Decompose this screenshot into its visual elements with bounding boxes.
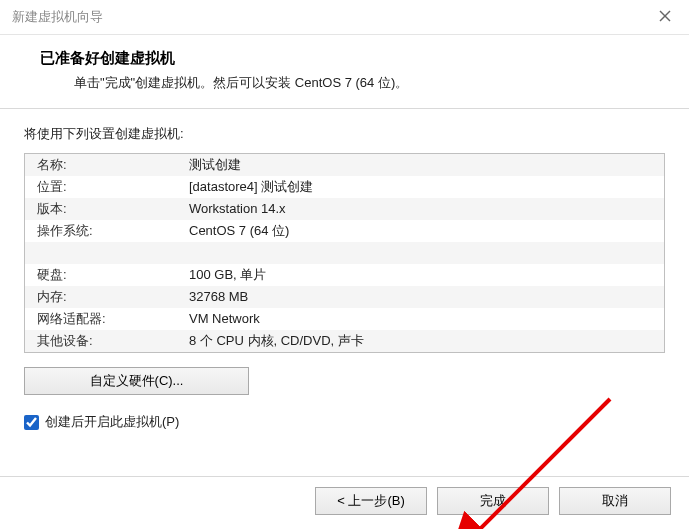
summary-row: 网络适配器:VM Network	[25, 308, 664, 330]
summary-value: 100 GB, 单片	[189, 264, 664, 286]
summary-key: 操作系统:	[25, 220, 189, 242]
back-button[interactable]: < 上一步(B)	[315, 487, 427, 515]
summary-row: 操作系统:CentOS 7 (64 位)	[25, 220, 664, 242]
summary-value: 测试创建	[189, 154, 664, 176]
summary-row	[25, 242, 664, 264]
power-on-checkbox-label: 创建后开启此虚拟机(P)	[45, 413, 179, 431]
customize-hardware-button[interactable]: 自定义硬件(C)...	[24, 367, 249, 395]
power-on-checkbox[interactable]	[24, 415, 39, 430]
close-icon[interactable]	[655, 6, 675, 26]
customize-row: 自定义硬件(C)...	[24, 367, 665, 395]
summary-key: 版本:	[25, 198, 189, 220]
titlebar: 新建虚拟机向导	[0, 0, 689, 35]
summary-value: VM Network	[189, 308, 664, 330]
window-title: 新建虚拟机向导	[12, 8, 103, 26]
summary-key: 其他设备:	[25, 330, 189, 352]
wizard-body: 将使用下列设置创建虚拟机: 名称:测试创建位置:[datastore4] 测试创…	[0, 109, 689, 476]
summary-row: 位置:[datastore4] 测试创建	[25, 176, 664, 198]
wizard-window: 新建虚拟机向导 已准备好创建虚拟机 单击"完成"创建虚拟机。然后可以安装 Cen…	[0, 0, 689, 529]
summary-key: 网络适配器:	[25, 308, 189, 330]
summary-label: 将使用下列设置创建虚拟机:	[24, 125, 665, 143]
summary-value: 32768 MB	[189, 286, 664, 308]
summary-row: 版本:Workstation 14.x	[25, 198, 664, 220]
page-subtitle: 单击"完成"创建虚拟机。然后可以安装 CentOS 7 (64 位)。	[74, 74, 649, 92]
wizard-header: 已准备好创建虚拟机 单击"完成"创建虚拟机。然后可以安装 CentOS 7 (6…	[0, 35, 689, 108]
summary-value: CentOS 7 (64 位)	[189, 220, 664, 242]
summary-key: 名称:	[25, 154, 189, 176]
summary-value: [datastore4] 测试创建	[189, 176, 664, 198]
summary-value: 8 个 CPU 内核, CD/DVD, 声卡	[189, 330, 664, 352]
summary-key: 位置:	[25, 176, 189, 198]
summary-row: 名称:测试创建	[25, 154, 664, 176]
summary-key: 硬盘:	[25, 264, 189, 286]
summary-value: Workstation 14.x	[189, 198, 664, 220]
summary-box: 名称:测试创建位置:[datastore4] 测试创建版本:Workstatio…	[24, 153, 665, 353]
summary-key: 内存:	[25, 286, 189, 308]
wizard-footer: < 上一步(B) 完成 取消	[0, 476, 689, 529]
page-title: 已准备好创建虚拟机	[40, 49, 649, 68]
cancel-button[interactable]: 取消	[559, 487, 671, 515]
finish-button[interactable]: 完成	[437, 487, 549, 515]
summary-row: 内存:32768 MB	[25, 286, 664, 308]
summary-row: 硬盘:100 GB, 单片	[25, 264, 664, 286]
summary-row: 其他设备:8 个 CPU 内核, CD/DVD, 声卡	[25, 330, 664, 352]
power-on-checkbox-row[interactable]: 创建后开启此虚拟机(P)	[24, 413, 665, 431]
